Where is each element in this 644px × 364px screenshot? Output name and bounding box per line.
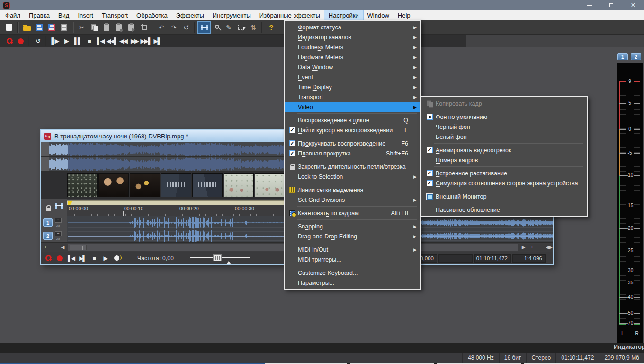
cut-button[interactable]: ✂	[76, 22, 88, 33]
record-button[interactable]	[15, 36, 27, 46]
channel-meter[interactable]: 950-5-10-15-20-25-30-35-40-50-70LR	[617, 63, 643, 343]
edit-tool-button[interactable]	[198, 22, 210, 33]
menu-item[interactable]: Data Window▶	[285, 62, 420, 72]
menu-item[interactable]: ✓Симуляция соотношения сторон экрана уст…	[421, 178, 587, 188]
menubar-item-transport[interactable]: Transport	[98, 10, 132, 20]
menu-item[interactable]: Lock to Selection▶	[285, 172, 420, 182]
envelope-tool-button[interactable]: ⇅	[247, 22, 259, 33]
menu-item[interactable]: Фон по умолчанию	[421, 112, 587, 122]
trim-button[interactable]	[137, 22, 150, 33]
menu-item[interactable]: Воспроизведение в циклеQ	[285, 115, 420, 125]
menu-item[interactable]: ✓Прокручивать воспроизведениеF6	[285, 138, 420, 148]
zoom-scroll-button[interactable]: −	[50, 244, 58, 251]
menu-item[interactable]: Snapping▶	[285, 221, 420, 231]
copy-button[interactable]	[88, 22, 100, 33]
menu-item[interactable]: Индикатор каналов▶	[285, 32, 420, 42]
menu-item[interactable]: MIDI In/Out▶	[285, 245, 420, 255]
help-q-button[interactable]: ?	[265, 22, 277, 33]
rewind-button[interactable]: ◀◀	[117, 36, 129, 46]
track-number-button[interactable]: 1	[43, 218, 53, 227]
play-all-button[interactable]: ▌▶	[49, 36, 61, 46]
meter-channel-button-1[interactable]: 1	[617, 53, 628, 60]
menubar-item-effects[interactable]: Эффекты	[172, 10, 208, 20]
menu-item[interactable]: Event▶	[285, 72, 420, 82]
menubar-item-tools[interactable]: Инструменты	[208, 10, 255, 20]
forward-button[interactable]: ▶▶	[129, 36, 140, 46]
play-button[interactable]: ▶	[102, 255, 108, 262]
audio-button[interactable]	[113, 255, 120, 261]
stop-button[interactable]: ■	[83, 36, 95, 46]
track-minimize-button[interactable]: −	[55, 218, 62, 223]
menu-item[interactable]: Set Grid Divisions▶	[285, 195, 420, 205]
zoom-scroll-button[interactable]: ◀▶	[545, 244, 553, 251]
menu-item[interactable]: Номера кадров	[421, 155, 587, 165]
menubar-item-file[interactable]: Файл	[1, 10, 25, 20]
zoom-scroll-button[interactable]: ◀	[58, 244, 67, 251]
save-as-button[interactable]	[45, 22, 58, 33]
menu-item[interactable]: Drag-and-Drop Editing▶	[285, 231, 420, 241]
new-file-button[interactable]	[3, 22, 15, 33]
menu-item[interactable]: MIDI триггеры...	[285, 255, 420, 264]
go-to-start-button[interactable]: ▌◀	[95, 36, 106, 46]
paste-button[interactable]	[100, 22, 113, 33]
track-minimize-button[interactable]: −	[55, 231, 62, 236]
menu-item[interactable]: Transport▶	[285, 92, 420, 102]
menu-item[interactable]: ✓Найти курсор на воспроизведенииF	[285, 125, 420, 135]
pause-button[interactable]: ▌▌	[72, 36, 83, 46]
menu-item[interactable]: Video▶	[285, 102, 420, 112]
menu-item[interactable]: ✓Анимировать видеоотрезок	[421, 145, 587, 155]
minimize-button[interactable]	[579, 0, 600, 10]
save-all-button[interactable]	[58, 22, 70, 33]
magnify-button[interactable]	[210, 22, 223, 33]
record-remote-button[interactable]	[45, 255, 52, 261]
go-to-end-button[interactable]: ▶▌	[152, 36, 163, 46]
selection-tool-button[interactable]	[235, 22, 247, 33]
menu-item[interactable]: Внешний Монитор	[421, 191, 587, 201]
menu-item[interactable]: Закрепить длительность петли/отрезка	[285, 162, 420, 172]
frequency-slider[interactable]	[190, 254, 250, 263]
open-button[interactable]	[21, 22, 33, 33]
forward-to-end-button[interactable]: ▶▶▌	[140, 36, 152, 46]
menubar-item-view[interactable]: Вид	[54, 10, 74, 20]
menubar-item-options[interactable]: Настройки	[324, 10, 363, 20]
go-to-end-button[interactable]: ▶▌	[79, 255, 86, 262]
meter-channel-button-2[interactable]: 2	[631, 53, 641, 60]
menu-item[interactable]: Time Display▶	[285, 82, 420, 92]
menu-item[interactable]: Формат статуса▶	[285, 22, 420, 32]
stop-button[interactable]: ■	[90, 255, 97, 262]
restore-button[interactable]	[600, 0, 622, 10]
menu-item[interactable]: Customize Keyboard...	[285, 268, 420, 278]
menubar-item-help[interactable]: Help	[394, 10, 415, 20]
repeat-button[interactable]: ↺	[180, 22, 192, 33]
menubar-item-edit[interactable]: Правка	[25, 10, 54, 20]
record-button[interactable]	[56, 255, 63, 261]
save-button[interactable]	[33, 22, 45, 33]
menu-item[interactable]: Копировать кадр	[421, 99, 587, 109]
rewind-to-start-button[interactable]: ◀◀▌	[106, 36, 117, 46]
undo-button[interactable]: ↶	[155, 22, 168, 33]
paste-special-button[interactable]	[113, 22, 125, 33]
menu-item[interactable]: Белый фон	[421, 132, 587, 142]
scrollbar-thumb[interactable]	[70, 245, 87, 250]
menu-item[interactable]: Loudness Meters▶	[285, 42, 420, 52]
menubar-item-process[interactable]: Обработка	[132, 10, 172, 20]
record-remote-button[interactable]	[4, 36, 15, 46]
redo-button[interactable]: ↷	[168, 22, 180, 33]
pencil-button[interactable]: ✎	[223, 22, 235, 33]
play-button[interactable]: ▶	[61, 36, 72, 46]
menu-item[interactable]: Пассивное обновление	[421, 205, 587, 215]
loop-playback-button[interactable]: ↺	[32, 36, 44, 46]
menubar-item-window[interactable]: Window	[363, 10, 394, 20]
menu-item[interactable]: Линии сетки выделения	[285, 185, 420, 195]
menubar-item-favorites[interactable]: Избранные эффекты	[255, 10, 324, 20]
zoom-scroll-button[interactable]: +	[528, 244, 536, 251]
slider-thumb[interactable]	[213, 254, 222, 261]
track-number-button[interactable]: 2	[43, 232, 53, 240]
go-to-start-button[interactable]: ▌◀	[68, 255, 74, 262]
menubar-item-insert[interactable]: Insert	[73, 10, 98, 20]
zoom-scroll-button[interactable]: +	[41, 244, 50, 251]
menu-item[interactable]: ✓Плавная прокруткаShift+F6	[285, 148, 420, 158]
menu-item[interactable]: Hardware Meters▶	[285, 52, 420, 62]
menu-item[interactable]: ✓Встроенное растягивание	[421, 168, 587, 178]
menu-item[interactable]: Черный фон	[421, 122, 587, 132]
